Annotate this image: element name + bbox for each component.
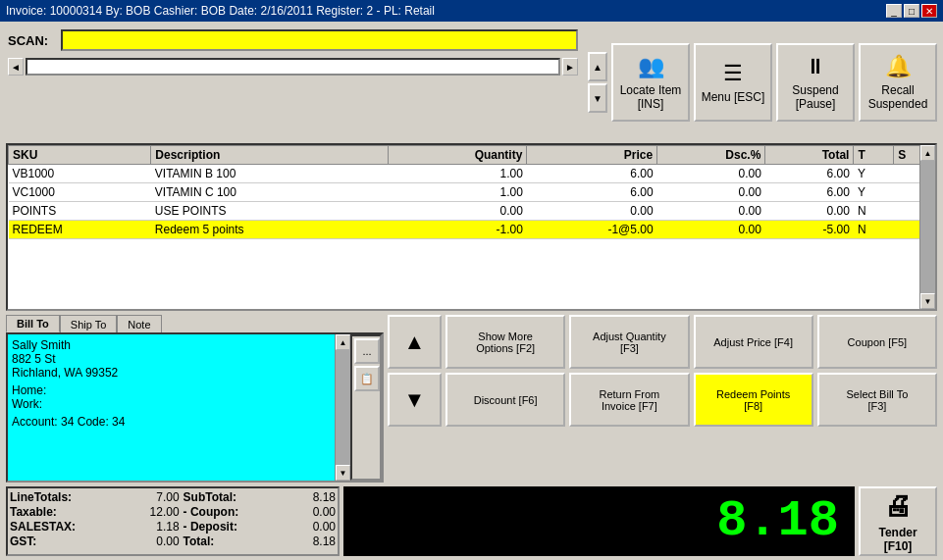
tab-scroll-down[interactable]: ▼: [336, 465, 350, 481]
cell-total: -5.00: [765, 221, 854, 239]
scroll-up-button[interactable]: ▲: [588, 52, 607, 81]
table-scroll-up[interactable]: ▲: [920, 145, 935, 161]
adjust-quantity-button[interactable]: Adjust Quantity[F3]: [569, 315, 689, 369]
totals-value: 0.00: [115, 535, 180, 548]
table-scroll-down[interactable]: ▼: [920, 293, 935, 309]
tab-scroll-up[interactable]: ▲: [336, 334, 350, 350]
tab-content: Sally Smith 882 5 St Richland, WA 99352 …: [6, 332, 384, 483]
totals-panel: LineTotals:7.00SubTotal:8.18Taxable:12.0…: [6, 486, 340, 556]
cell-t: N: [854, 221, 894, 239]
scroll-down-button[interactable]: ▼: [588, 83, 607, 113]
select-bill-to-button[interactable]: Select Bill To[F3]: [817, 373, 937, 427]
cell-desc: VITAMIN C 100: [151, 183, 389, 202]
dropdown-right-button[interactable]: ►: [562, 58, 578, 76]
contact-home: Home:: [12, 383, 331, 397]
display-panel: 8.18: [343, 486, 855, 556]
tabs-row: Bill To Ship To Note: [6, 315, 384, 332]
locate-item-button[interactable]: 👥 Locate Item[INS]: [611, 43, 690, 122]
up-arrow-button[interactable]: ▲: [388, 315, 442, 369]
totals-value: 12.00: [115, 505, 180, 519]
cell-price: 0.00: [527, 202, 657, 221]
left-panel: Bill To Ship To Note Sally Smith 882 5 S…: [6, 315, 384, 483]
cell-t: Y: [854, 165, 894, 183]
totals-value: 7.00: [115, 490, 180, 504]
scan-area: SCAN: ◄ ►: [2, 24, 584, 141]
tender-button[interactable]: 🖨 Tender[F10]: [859, 486, 937, 556]
tender-icon: 🖨: [884, 489, 912, 522]
table-row[interactable]: POINTS USE POINTS 0.00 0.00 0.00 0.00 N: [9, 202, 935, 221]
adjust-price-button[interactable]: Adjust Price [F4]: [694, 315, 813, 369]
tab-copy-button[interactable]: 📋: [354, 366, 380, 391]
dropdown-left-button[interactable]: ◄: [8, 58, 24, 76]
col-t: T: [854, 146, 894, 165]
totals-label2: SubTotal:: [183, 490, 274, 504]
scroll-buttons: ▲ ▼: [588, 52, 607, 113]
totals-label: Taxable:: [10, 505, 111, 519]
invoice-table: SKU Description Quantity Price Dsc.% Tot…: [8, 145, 935, 239]
bottom-section: Bill To Ship To Note Sally Smith 882 5 S…: [2, 313, 941, 484]
right-panel: ▲ Show MoreOptions [F2] Adjust Quantity[…: [388, 315, 937, 483]
minimize-button[interactable]: _: [886, 4, 902, 18]
redeem-points-button[interactable]: Redeem Points[F8]: [694, 373, 813, 427]
cell-qty: 1.00: [389, 165, 527, 183]
recall-label: RecallSuspended: [868, 83, 928, 111]
action-row-2: ▼ Discount [F6] Return FromInvoice [F7] …: [388, 373, 937, 427]
top-section: SCAN: ◄ ► ▲ ▼ 👥 Locate Item[INS] ☰ Men: [2, 24, 941, 141]
table-row[interactable]: VB1000 VITAMIN B 100 1.00 6.00 0.00 6.00…: [9, 165, 935, 183]
totals-value2: 8.18: [278, 535, 336, 548]
cell-desc: USE POINTS: [151, 202, 389, 221]
show-more-button[interactable]: Show MoreOptions [F2]: [445, 315, 565, 369]
down-arrow-button[interactable]: ▼: [388, 373, 442, 427]
scan-input[interactable]: [61, 29, 578, 51]
cell-dsc: 0.00: [657, 183, 765, 202]
title-bar: Invoice: 10000314 By: BOB Cashier: BOB D…: [0, 0, 943, 22]
recall-suspended-button[interactable]: 🔔 RecallSuspended: [859, 43, 937, 122]
totals-value2: 0.00: [278, 505, 336, 519]
table-row[interactable]: REDEEM Redeem 5 points -1.00 -1@5.00 0.0…: [9, 221, 935, 239]
dropdown-row: ◄ ►: [4, 55, 582, 78]
cell-t: N: [854, 202, 894, 221]
recall-icon: 🔔: [885, 54, 912, 79]
cell-sku: REDEEM: [9, 221, 151, 239]
tab-note[interactable]: Note: [117, 315, 161, 332]
invoice-table-container: SKU Description Quantity Price Dsc.% Tot…: [6, 143, 937, 311]
cell-total: 6.00: [765, 183, 854, 202]
col-quantity: Quantity: [389, 146, 527, 165]
coupon-button[interactable]: Coupon [F5]: [817, 315, 937, 369]
return-invoice-button[interactable]: Return FromInvoice [F7]: [569, 373, 689, 427]
cell-sku: POINTS: [9, 202, 151, 221]
scan-label: SCAN:: [8, 33, 57, 48]
contact-address: 882 5 St: [12, 352, 331, 366]
cell-qty: 1.00: [389, 183, 527, 202]
tab-scrollbar: ▲ ▼: [335, 334, 350, 481]
discount-button[interactable]: Discount [F6]: [445, 373, 565, 427]
tab-edit-button[interactable]: ...: [354, 338, 380, 364]
suspend-button[interactable]: ⏸ Suspend[Pause]: [776, 43, 855, 122]
table-scrollbar: ▲ ▼: [919, 145, 935, 309]
invoice-tbody: VB1000 VITAMIN B 100 1.00 6.00 0.00 6.00…: [9, 165, 935, 239]
cell-dsc: 0.00: [657, 221, 765, 239]
restore-button[interactable]: □: [904, 4, 919, 18]
tab-ship-to[interactable]: Ship To: [60, 315, 118, 332]
suspend-label: Suspend[Pause]: [792, 83, 838, 111]
locate-item-icon: 👥: [638, 54, 664, 79]
tab-bill-to[interactable]: Bill To: [6, 315, 60, 332]
dropdown-box[interactable]: [26, 58, 560, 76]
totals-value: 1.18: [115, 520, 180, 534]
col-total: Total: [765, 146, 854, 165]
menu-button[interactable]: ☰ Menu [ESC]: [694, 43, 772, 122]
cell-dsc: 0.00: [657, 202, 765, 221]
table-row[interactable]: VC1000 VITAMIN C 100 1.00 6.00 0.00 6.00…: [9, 183, 935, 202]
tab-side-buttons: ... 📋: [350, 334, 382, 481]
menu-label: Menu [ESC]: [702, 90, 765, 104]
cell-price: 6.00: [527, 183, 657, 202]
col-sku: SKU: [9, 146, 151, 165]
contact-city: Richland, WA 99352: [12, 366, 331, 380]
close-button[interactable]: ✕: [921, 4, 937, 18]
totals-label: GST:: [10, 535, 111, 548]
totals-label: SALESTAX:: [10, 520, 111, 534]
window-controls: _ □ ✕: [886, 4, 937, 18]
cell-price: 6.00: [527, 165, 657, 183]
scrollbar-track: [920, 161, 935, 293]
title-text: Invoice: 10000314 By: BOB Cashier: BOB D…: [6, 4, 435, 18]
